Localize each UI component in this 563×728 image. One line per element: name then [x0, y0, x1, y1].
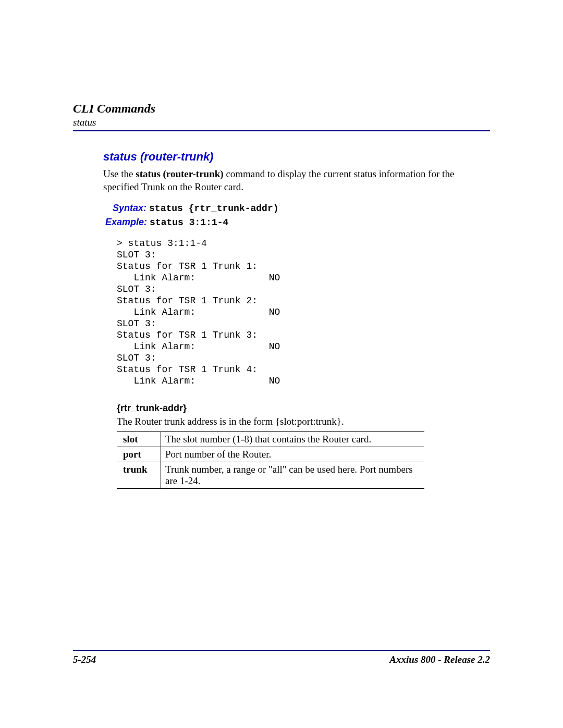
- desc-bold: status (router-trunk): [136, 168, 223, 179]
- table-row: trunk Trunk number, a range or "all" can…: [117, 462, 424, 488]
- page-footer: 5-254 Axxius 800 - Release 2.2: [73, 650, 490, 665]
- console-output: > status 3:1:1-4 SLOT 3: Status for TSR …: [117, 238, 490, 387]
- syntax-value: status {rtr_trunk-addr): [149, 203, 278, 214]
- document-page: CLI Commands status status (router-trunk…: [0, 0, 563, 728]
- footer-row: 5-254 Axxius 800 - Release 2.2: [73, 654, 490, 665]
- command-title: status (router-trunk): [103, 150, 490, 164]
- param-val: Port number of the Router.: [161, 447, 425, 462]
- param-heading: {rtr_trunk-addr}: [117, 403, 490, 414]
- table-row: slot The slot number (1-8) that contains…: [117, 431, 424, 447]
- product-name: Axxius 800 - Release 2.2: [389, 654, 490, 665]
- param-key: trunk: [117, 462, 161, 488]
- param-val: Trunk number, a range or "all" can be us…: [161, 462, 425, 488]
- command-description: Use the status (router-trunk) command to…: [103, 168, 490, 193]
- param-table: slot The slot number (1-8) that contains…: [117, 431, 424, 489]
- desc-pre: Use the: [103, 168, 136, 179]
- example-value: status 3:1:1-4: [150, 217, 228, 228]
- param-val: The slot number (1-8) that contains the …: [161, 431, 425, 447]
- param-key: slot: [117, 431, 161, 447]
- syntax-label: Syntax:: [113, 203, 146, 213]
- syntax-row: Syntax: status {rtr_trunk-addr): [103, 203, 490, 214]
- param-description: The Router trunk address is in the form …: [117, 416, 490, 427]
- page-number: 5-254: [73, 654, 96, 665]
- footer-divider: [73, 650, 490, 651]
- content-body: status (router-trunk) Use the status (ro…: [73, 150, 490, 489]
- example-row: Example: status 3:1:1-4: [103, 217, 490, 228]
- example-label: Example:: [105, 217, 147, 227]
- header-divider: [73, 130, 490, 131]
- param-key: port: [117, 447, 161, 462]
- table-row: port Port number of the Router.: [117, 447, 424, 462]
- chapter-title: CLI Commands: [73, 102, 490, 116]
- section-title: status: [73, 117, 490, 128]
